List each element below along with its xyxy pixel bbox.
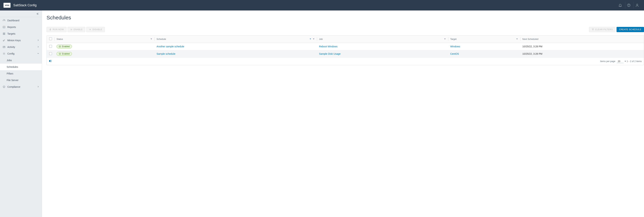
sidebar-item-label: Jobs — [7, 59, 12, 62]
vmware-logo: vmw — [4, 3, 10, 8]
column-header-next-scheduled[interactable]: Next Scheduled — [520, 35, 644, 43]
column-header-schedule[interactable]: Schedule — [154, 35, 317, 43]
chevron-right-icon — [37, 39, 40, 42]
cell-job[interactable]: Reboot Windows — [317, 43, 448, 50]
svg-rect-7 — [3, 34, 4, 35]
filter-icon — [592, 28, 594, 31]
clear-filters-button[interactable]: Clear Filters — [589, 27, 616, 32]
cell-status: Enabled — [54, 43, 154, 50]
help-icon[interactable] — [625, 2, 632, 9]
table-row[interactable]: Enabled Sample schedule Sample Disk Usag… — [47, 50, 644, 57]
sidebar-item-reports[interactable]: Reports — [0, 24, 42, 30]
svg-rect-14 — [49, 60, 50, 62]
svg-rect-15 — [50, 60, 51, 62]
sidebar-item-label: Schedules — [7, 65, 18, 68]
sidebar-item-config[interactable]: Config — [0, 50, 42, 57]
sidebar-item-label: Minion Keys — [7, 39, 21, 42]
app-title: SaltStack Config — [13, 3, 36, 7]
sidebar-item-pillars[interactable]: Pillars — [0, 70, 42, 77]
sidebar-item-label: Pillars — [7, 72, 13, 75]
sort-asc-icon[interactable] — [309, 38, 312, 40]
cell-target[interactable]: Windows — [448, 43, 520, 50]
top-header: vmw SaltStack Config — [0, 0, 644, 10]
sidebar-item-label: Activity — [7, 46, 15, 48]
cell-status: Enabled — [54, 50, 154, 57]
column-header-status[interactable]: Status — [54, 35, 154, 43]
column-header-target[interactable]: Target — [448, 35, 520, 43]
grid-icon — [2, 32, 6, 35]
cell-schedule[interactable]: Another sample schedule — [154, 43, 317, 50]
cell-next-scheduled: 10/25/22, 3:28 PM — [520, 43, 644, 50]
items-per-page-label: Items per page — [600, 60, 615, 62]
svg-rect-13 — [59, 53, 60, 54]
sidebar-item-label: Reports — [7, 26, 16, 28]
sidebar-item-label: File Server — [7, 79, 18, 82]
cell-schedule[interactable]: Sample schedule — [154, 50, 317, 57]
bar-chart-icon — [2, 25, 6, 29]
sidebar-item-schedules[interactable]: Schedules — [0, 64, 42, 70]
user-icon[interactable] — [634, 2, 640, 9]
filter-icon[interactable] — [150, 38, 152, 40]
filter-icon[interactable] — [516, 38, 518, 40]
bell-icon[interactable] — [617, 2, 624, 9]
check-square-icon — [59, 45, 61, 47]
sidebar-item-file-server[interactable]: File Server — [0, 77, 42, 83]
filter-icon[interactable] — [444, 38, 446, 40]
column-header-checkbox — [47, 35, 54, 43]
close-icon — [89, 28, 91, 31]
sidebar-item-label: Config — [7, 52, 14, 55]
sidebar-item-targets[interactable]: Targets — [0, 30, 42, 37]
sidebar-item-dashboard[interactable]: Dashboard — [0, 17, 42, 24]
items-per-page-select[interactable]: 20 — [617, 60, 624, 63]
svg-rect-12 — [59, 46, 60, 47]
filter-icon[interactable] — [312, 38, 315, 40]
select-all-checkbox[interactable] — [49, 37, 52, 40]
table-footer: Items per page 20 1 - 2 of 2 items — [47, 58, 644, 65]
shield-check-icon — [2, 85, 6, 88]
table-row[interactable]: Enabled Another sample schedule Reboot W… — [47, 43, 644, 50]
sidebar-item-jobs[interactable]: Jobs — [0, 57, 42, 64]
sidebar-collapse-button[interactable] — [0, 10, 42, 17]
columns-icon[interactable] — [49, 60, 52, 63]
sidebar-item-label: Targets — [7, 32, 16, 35]
svg-point-3 — [4, 20, 4, 21]
sidebar-item-compliance[interactable]: Compliance — [0, 83, 42, 90]
schedules-table: Status Schedule — [46, 35, 644, 65]
svg-rect-6 — [4, 33, 5, 33]
check-square-icon — [59, 53, 61, 55]
cell-target[interactable]: CentOS — [448, 50, 520, 57]
sidebar-item-label: Compliance — [7, 85, 20, 88]
svg-rect-8 — [4, 34, 5, 35]
chevron-down-icon — [37, 52, 40, 55]
gear-icon — [2, 52, 6, 55]
lightning-icon — [49, 28, 52, 31]
svg-rect-4 — [3, 26, 5, 28]
cell-job[interactable]: Sample Disk Usage — [317, 50, 448, 57]
sidebar-item-activity[interactable]: Activity — [0, 44, 42, 50]
row-checkbox[interactable] — [49, 45, 52, 48]
toolbar: Run Now Enable Disable Clear Filters Cre… — [46, 27, 644, 32]
status-badge: Enabled — [56, 52, 72, 56]
sidebar-item-minion-keys[interactable]: Minion Keys — [0, 37, 42, 44]
column-header-job[interactable]: Job — [317, 35, 448, 43]
disable-button[interactable]: Disable — [86, 27, 105, 32]
pagination-range: 1 - 2 of 2 items — [627, 60, 642, 62]
sidebar-item-label: Dashboard — [7, 19, 20, 22]
key-icon — [2, 39, 6, 42]
svg-rect-5 — [3, 33, 4, 33]
svg-point-2 — [636, 4, 638, 5]
svg-point-9 — [3, 40, 4, 41]
enable-button[interactable]: Enable — [68, 27, 86, 32]
row-checkbox[interactable] — [49, 52, 52, 55]
main-content: Schedules Run Now Enable Disable Clear F… — [42, 10, 644, 217]
create-schedule-button[interactable]: Create Schedule — [616, 27, 644, 32]
svg-point-11 — [4, 53, 4, 54]
play-icon — [70, 28, 72, 31]
sidebar: Dashboard Reports Targets Minion Keys — [0, 10, 42, 217]
cell-next-scheduled: 10/25/22, 3:28 PM — [520, 50, 644, 57]
page-title: Schedules — [46, 15, 644, 21]
status-badge: Enabled — [56, 44, 72, 48]
activity-icon — [2, 45, 6, 49]
run-now-button[interactable]: Run Now — [46, 27, 66, 32]
chevron-right-icon — [37, 46, 40, 49]
